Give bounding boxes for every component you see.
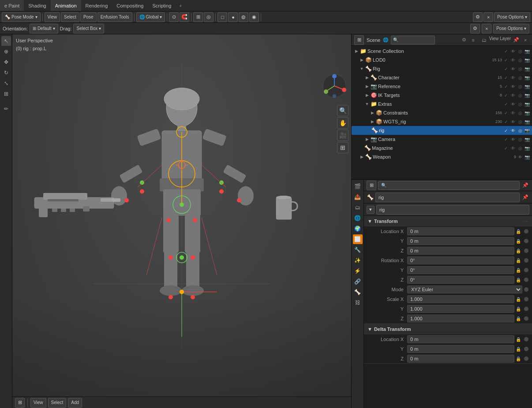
rotation-mode-select[interactable]: XYZ Euler Quaternion XZY Euler bbox=[407, 286, 522, 293]
transform-orientation[interactable]: 🌐 Global ▾ bbox=[136, 12, 165, 22]
prop-modifier-icon[interactable]: 🔧 bbox=[353, 245, 363, 255]
rotation-y-lock[interactable]: 🔒 bbox=[514, 266, 522, 274]
tree-lod0[interactable]: ▶ 📦 LOD0 15 13 ✓ 👁 ◎ 📷 bbox=[352, 56, 532, 64]
scale-z-keyframe[interactable] bbox=[524, 316, 528, 321]
custom-menu[interactable]: Enfusion Tools bbox=[97, 12, 132, 22]
vis-select[interactable]: ◎ bbox=[517, 48, 523, 54]
solid-mode[interactable]: ● bbox=[228, 12, 238, 22]
vis-eye[interactable]: 👁 bbox=[510, 48, 516, 54]
vb-select-menu[interactable]: Select bbox=[48, 398, 67, 408]
menu-item-paint[interactable]: e Paint bbox=[0, 0, 24, 11]
location-z-keyframe[interactable] bbox=[524, 249, 528, 253]
rig-eye[interactable]: 👁 bbox=[510, 66, 516, 72]
lod0-eye[interactable]: 👁 bbox=[510, 57, 516, 63]
delta-y-keyframe[interactable] bbox=[524, 347, 528, 351]
prop-scene-icon[interactable]: 🌐 bbox=[353, 213, 363, 223]
delta-loc-x-value[interactable]: 0 m bbox=[407, 335, 514, 343]
menu-item-animation[interactable]: Animation bbox=[51, 0, 81, 11]
pose-options-btn[interactable]: Pose Options ▾ bbox=[494, 12, 530, 22]
left-tool-cursor[interactable]: ⊕ bbox=[1, 47, 11, 56]
rigobj-sel[interactable]: ◎ bbox=[517, 127, 523, 134]
left-tool-rotate[interactable]: ↻ bbox=[1, 68, 11, 78]
editor-type[interactable]: ⊞ bbox=[15, 398, 25, 408]
location-x-keyframe[interactable] bbox=[524, 229, 528, 234]
tree-reference[interactable]: ▶ 📷 Reference 5 ✓ 👁 ◎ 📷 bbox=[352, 82, 532, 91]
lod0-sel[interactable]: ◎ bbox=[517, 57, 523, 63]
mag-sel[interactable]: ◎ bbox=[517, 145, 523, 151]
vis-render[interactable]: 📷 bbox=[524, 48, 530, 54]
viewport-settings[interactable]: ⚙ bbox=[473, 12, 483, 22]
rig-ren[interactable]: 📷 bbox=[524, 66, 530, 72]
drag-dropdown[interactable]: Select Box ▾ bbox=[73, 24, 104, 33]
object-type-dropdown[interactable]: ▾ bbox=[367, 206, 375, 214]
xray-toggle[interactable]: ◎ bbox=[204, 12, 214, 22]
prop-output-icon[interactable]: 📤 bbox=[353, 192, 363, 202]
delta-x-lock[interactable]: 🔒 bbox=[514, 335, 522, 343]
tree-rig[interactable]: ▼ 🦴 Rig ✓ 👁 ◎ 📷 bbox=[352, 64, 532, 73]
wgts-vis[interactable]: ✓ bbox=[503, 119, 509, 125]
rotation-z-lock[interactable]: 🔒 bbox=[514, 276, 522, 284]
cam-vis[interactable]: ✓ bbox=[503, 136, 509, 142]
delta-loc-y-value[interactable]: 0 m bbox=[407, 345, 514, 353]
scale-x-lock[interactable]: 🔒 bbox=[514, 295, 522, 303]
extras-eye[interactable]: 👁 bbox=[510, 101, 516, 107]
ik-vis[interactable]: ✓ bbox=[503, 92, 509, 98]
tree-magazine[interactable]: 🦴 Magazine ✓ 👁 ◎ 📷 bbox=[352, 144, 532, 152]
overlay-toggle[interactable]: ⊞ bbox=[193, 12, 203, 22]
prop-particles-icon[interactable]: ✨ bbox=[353, 256, 363, 265]
tree-ik-targets[interactable]: ▶ 🎯 IK Targets 8 ✓ 👁 ◎ 📷 bbox=[352, 91, 532, 100]
lod0-ren[interactable]: 📷 bbox=[524, 57, 530, 63]
select-menu[interactable]: Select bbox=[61, 12, 79, 22]
cons-ren[interactable]: 📷 bbox=[524, 110, 530, 116]
viewport[interactable]: User Perspective (0) rig : prop.L bbox=[12, 34, 351, 408]
cons-eye[interactable]: 👁 bbox=[510, 110, 516, 116]
cam-ren[interactable]: 📷 bbox=[524, 136, 530, 142]
transform-more[interactable]: ⋯ bbox=[524, 219, 528, 224]
rotation-x-lock[interactable]: 🔒 bbox=[514, 256, 522, 264]
vb-add[interactable]: Add bbox=[68, 398, 82, 408]
rotation-x-value[interactable]: 0° bbox=[407, 256, 514, 264]
ik-ren[interactable]: 📷 bbox=[524, 92, 530, 98]
gizmo-settings[interactable]: ⚙ bbox=[470, 24, 480, 33]
left-tool-scale[interactable]: ⤡ bbox=[1, 78, 11, 88]
menu-item-scripting[interactable]: Scripting bbox=[148, 0, 176, 11]
props-editor-type[interactable]: ⊞ bbox=[367, 181, 376, 190]
delta-y-lock[interactable]: 🔒 bbox=[514, 345, 522, 353]
proportional-edit-toggle[interactable]: ⊙ bbox=[169, 12, 179, 22]
char-vis[interactable]: ✓ bbox=[503, 74, 509, 81]
scale-z-value[interactable]: 1.000 bbox=[407, 315, 514, 323]
prop-object-icon[interactable]: ⬜ bbox=[353, 234, 363, 244]
scale-y-lock[interactable]: 🔒 bbox=[514, 305, 522, 313]
menu-item-rendering[interactable]: Rendering bbox=[81, 0, 112, 11]
fullscreen[interactable]: × bbox=[483, 12, 493, 22]
transform-section-header[interactable]: ▼ Transform ⋯ bbox=[364, 216, 532, 226]
camera-icon[interactable]: 🎥 bbox=[337, 130, 348, 141]
delta-loc-z-value[interactable]: 0 m bbox=[407, 355, 514, 363]
delta-z-keyframe[interactable] bbox=[524, 356, 528, 361]
filter-icon[interactable]: ⚙ bbox=[460, 36, 468, 44]
snap-toggle[interactable]: 🧲 bbox=[180, 12, 189, 22]
tree-rig-obj[interactable]: 🦴 rig ✓ 👁 ◎ 📷 bbox=[352, 126, 532, 135]
left-tool-annotate[interactable]: ✏ bbox=[1, 104, 11, 114]
location-x-value[interactable]: 0 m bbox=[407, 227, 514, 235]
scale-y-value[interactable]: 1.000 bbox=[407, 305, 514, 313]
rig-vis[interactable]: ✓ bbox=[503, 66, 509, 72]
wgts-sel[interactable]: ◎ bbox=[517, 119, 523, 125]
view-layer-icon[interactable]: 🗂 bbox=[480, 36, 488, 44]
rotation-y-keyframe[interactable] bbox=[524, 268, 528, 272]
wgts-eye[interactable]: 👁 bbox=[510, 119, 516, 125]
ref-sel[interactable]: ◎ bbox=[517, 83, 523, 89]
delta-z-lock[interactable]: 🔒 bbox=[514, 355, 522, 363]
mag-vis[interactable]: ✓ bbox=[503, 145, 509, 151]
location-y-keyframe[interactable] bbox=[524, 239, 528, 243]
menu-item-compositing[interactable]: Compositing bbox=[112, 0, 148, 11]
location-y-lock[interactable]: 🔒 bbox=[514, 237, 522, 245]
char-sel[interactable]: ◎ bbox=[517, 74, 523, 81]
viewport-gizmo[interactable] bbox=[322, 74, 347, 98]
weapon-eye[interactable]: 👁 bbox=[517, 154, 523, 160]
prop-world-icon[interactable]: 🌍 bbox=[353, 224, 363, 234]
collections-icon[interactable]: ⊞ bbox=[337, 142, 348, 153]
prop-bone-icon[interactable]: ⛓ bbox=[353, 298, 363, 308]
location-z-lock[interactable]: 🔒 bbox=[514, 247, 522, 255]
cons-sel[interactable]: ◎ bbox=[517, 110, 523, 116]
